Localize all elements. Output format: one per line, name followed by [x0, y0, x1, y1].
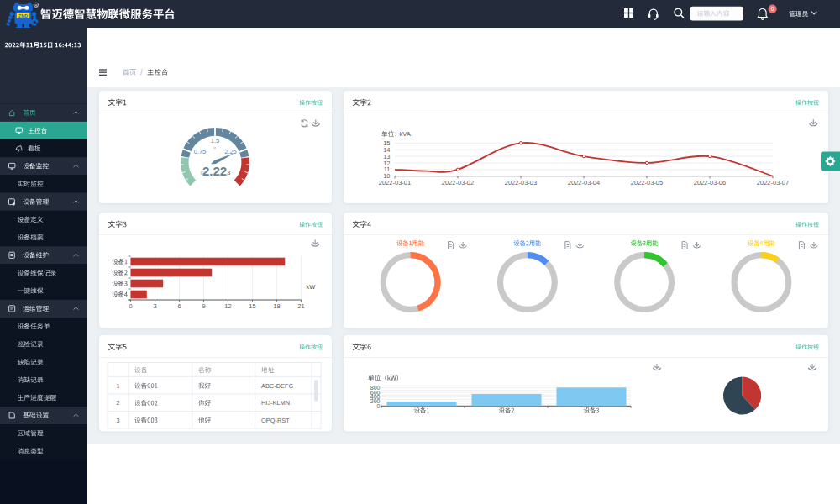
svg-text:2022-03-05: 2022-03-05 [631, 179, 663, 186]
svg-text:2022-03-02: 2022-03-02 [442, 179, 474, 186]
svg-text:OPQ-RST: OPQ-RST [261, 417, 290, 424]
svg-text:2.22: 2.22 [202, 164, 227, 178]
svg-text:ZMD: ZMD [18, 13, 28, 18]
svg-text:2.25: 2.25 [224, 148, 237, 155]
svg-text:2022-03-01: 2022-03-01 [379, 179, 411, 186]
svg-text:3: 3 [227, 169, 230, 176]
svg-text:0: 0 [377, 403, 381, 409]
svg-text:HIJ-KLMN: HIJ-KLMN [261, 399, 290, 407]
svg-text:2022-03-03: 2022-03-03 [505, 179, 537, 186]
svg-text:15: 15 [249, 302, 255, 310]
svg-text:0: 0 [771, 6, 774, 12]
svg-text:1: 1 [116, 382, 119, 390]
svg-text:kVA: kVA [400, 130, 412, 138]
svg-text:2022-03-04: 2022-03-04 [568, 179, 600, 186]
svg-text:18: 18 [273, 302, 280, 310]
svg-text:R: R [34, 3, 37, 8]
svg-text:6: 6 [177, 302, 181, 310]
svg-text:ABC-DEFG: ABC-DEFG [261, 382, 293, 390]
svg-text:kW: kW [307, 283, 317, 291]
svg-text:12: 12 [224, 302, 231, 310]
svg-text:0: 0 [129, 302, 132, 310]
svg-text:2022-03-06: 2022-03-06 [694, 179, 726, 186]
svg-text:0.75: 0.75 [194, 148, 207, 155]
svg-text:1.5: 1.5 [211, 137, 219, 144]
svg-text:21: 21 [297, 302, 304, 310]
svg-text:9: 9 [202, 302, 205, 310]
svg-text:3: 3 [153, 302, 156, 310]
svg-text:3: 3 [116, 417, 119, 424]
svg-text:2022-03-07: 2022-03-07 [757, 179, 789, 186]
svg-text:2: 2 [116, 399, 119, 407]
